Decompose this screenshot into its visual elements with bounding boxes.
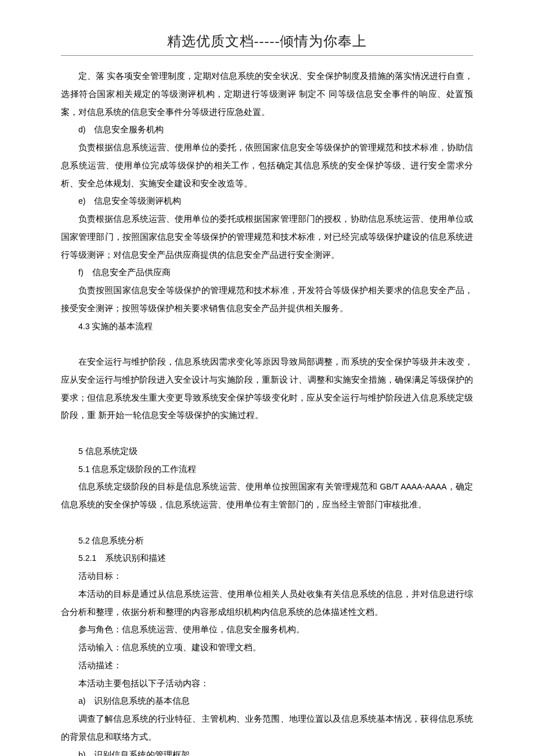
body-paragraph: 在安全运行与维护阶段，信息系统因需求变化等原因导致局部调整，而系统的安全保护等级… xyxy=(61,353,473,424)
section-5: 5 信息系统定级 xyxy=(61,442,473,460)
body-paragraph: 活动描述： xyxy=(61,657,473,675)
blank-line xyxy=(61,424,473,442)
body-paragraph: 调查了解信息系统的行业特征、主管机构、业务范围、地理位置以及信息系统基本情况，获… xyxy=(61,710,473,746)
list-item-e-text: 信息安全等级测评机构 xyxy=(94,196,181,206)
document-page: 精选优质文档-----倾情为你奉上 定、落 实各项安全管理制度，定期对信息系统的… xyxy=(0,0,534,756)
list-item-e: e) 信息安全等级测评机构 xyxy=(61,192,473,210)
list-item-b: b) 识别信息系统的管理框架 xyxy=(61,746,473,757)
body-paragraph: 参与角色：信息系统运营、使用单位，信息安全服务机构。 xyxy=(61,621,473,639)
body-paragraph: 活动目标： xyxy=(61,567,473,585)
body-paragraph: 活动输入：信息系统的立项、建设和管理文档。 xyxy=(61,639,473,657)
list-item-f-text: 信息安全产品供应商 xyxy=(92,268,171,277)
blank-line xyxy=(61,514,473,532)
body-paragraph: 信息系统定级阶段的目标是信息系统运营、使用单位按照国家有关管理规范和 GB/T … xyxy=(61,478,473,514)
list-item-d: d) 信息安全服务机构 xyxy=(61,121,473,139)
list-item-f: f) 信息安全产品供应商 xyxy=(61,264,473,282)
list-item-a-text: 识别信息系统的基本信息 xyxy=(94,696,190,705)
list-item-d-text: 信息安全服务机构 xyxy=(94,125,164,134)
blank-line xyxy=(61,335,473,353)
section-5-2-1: 5.2.1 系统识别和描述 xyxy=(61,549,473,567)
body-paragraph: 负责按照国家信息安全等级保护的管理规范和技术标准，开发符合等级保护相关要求的信息… xyxy=(61,282,473,318)
section-5-1: 5.1 信息系定级阶段的工作流程 xyxy=(61,460,473,478)
list-item-b-text: 识别信息系统的管理框架 xyxy=(94,750,190,757)
document-body: 定、落 实各项安全管理制度，定期对信息系统的安全状况、安全保护制度及措施的落实情… xyxy=(61,67,473,756)
body-paragraph: 定、落 实各项安全管理制度，定期对信息系统的安全状况、安全保护制度及措施的落实情… xyxy=(61,67,473,121)
body-paragraph: 本活动的目标是通过从信息系统运营、使用单位相关人员处收集有关信息系统的信息，并对… xyxy=(61,585,473,621)
section-5-2: 5.2 信息系统分析 xyxy=(61,532,473,550)
body-paragraph: 本活动主要包括以下子活动内容： xyxy=(61,675,473,693)
list-item-a: a) 识别信息系统的基本信息 xyxy=(61,692,473,710)
section-4-3: 4.3 实施的基本流程 xyxy=(61,318,473,336)
body-paragraph: 负责根据信息系统运营、使用单位的委托或根据国家管理部门的授权，协助信息系统运营、… xyxy=(61,210,473,264)
body-paragraph: 负责根据信息系统运营、使用单位的委托，依照国家信息安全等级保护的管理规范和技术标… xyxy=(61,139,473,192)
page-header: 精选优质文档-----倾情为你奉上 xyxy=(61,32,473,56)
